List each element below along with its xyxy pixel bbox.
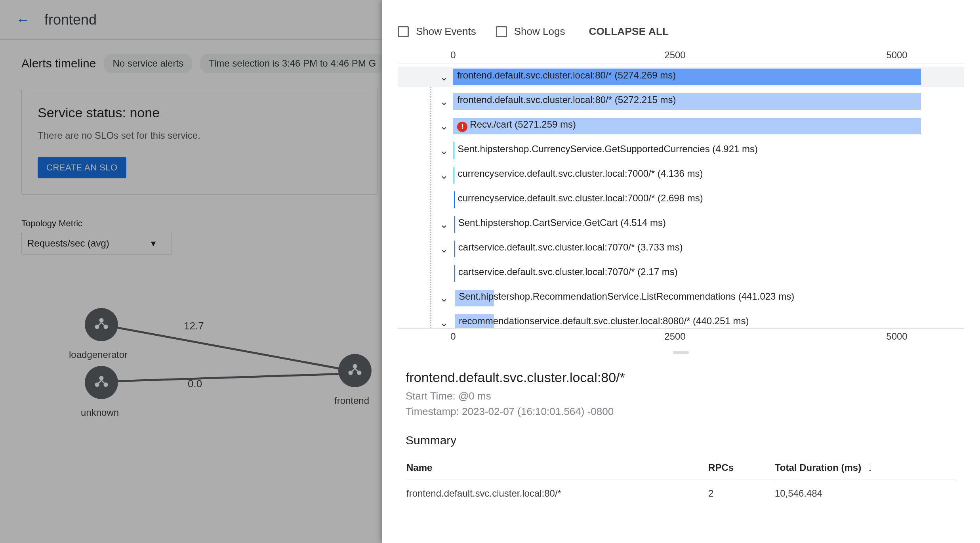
svg-point-10 <box>357 371 362 375</box>
error-icon: ! <box>457 122 467 132</box>
col-name[interactable]: Name <box>406 456 707 480</box>
collapse-all-button[interactable]: COLLAPSE ALL <box>589 25 669 38</box>
edge-label-bottom: 0.0 <box>188 378 202 390</box>
show-logs-label: Show Logs <box>514 25 565 38</box>
svg-point-9 <box>349 371 353 375</box>
svg-point-8 <box>353 364 357 369</box>
page-title: frontend <box>44 11 97 28</box>
trace-panel-toolbar: Show Events Show Logs COLLAPSE ALL <box>382 0 980 46</box>
span-label: recommendationservice.default.svc.cluste… <box>456 315 749 327</box>
svg-point-6 <box>95 382 99 387</box>
trace-row[interactable]: ⌄Sent.hipstershop.CartService.GetCart (4… <box>398 214 964 235</box>
show-events-checkbox[interactable]: Show Events <box>398 25 476 38</box>
trace-row[interactable]: currencyservice.default.svc.cluster.loca… <box>398 189 964 210</box>
span-bar[interactable] <box>454 191 455 208</box>
svg-point-2 <box>99 318 104 323</box>
sort-desc-icon: ↓ <box>868 462 873 473</box>
show-events-label: Show Events <box>416 25 476 38</box>
span-bar[interactable] <box>454 167 454 184</box>
svg-point-4 <box>104 325 108 329</box>
span-details: frontend.default.svc.cluster.local:80/* … <box>382 362 980 515</box>
axis-tick: 2500 <box>664 331 685 342</box>
summary-table: Name RPCs Total Duration (ms) ↓ frontend… <box>406 455 956 507</box>
trace-row[interactable]: ⌄Sent.hipstershop.CurrencyService.GetSup… <box>398 140 964 161</box>
chevron-down-icon[interactable]: ⌄ <box>440 169 448 182</box>
chevron-down-icon[interactable]: ⌄ <box>440 120 448 132</box>
span-label: currencyservice.default.svc.cluster.loca… <box>455 168 703 179</box>
col-duration[interactable]: Total Duration (ms) ↓ <box>775 456 955 480</box>
topology-metric-value: Requests/sec (avg) <box>27 238 109 249</box>
axis-tick: 5000 <box>886 50 907 61</box>
checkbox-icon <box>496 26 507 37</box>
service-status-card: Service status: none There are no SLOs s… <box>21 89 378 195</box>
chevron-down-icon: ▾ <box>151 238 156 249</box>
axis-tick: 2500 <box>664 50 685 61</box>
span-bar[interactable] <box>454 265 455 282</box>
summary-row[interactable]: frontend.default.svc.cluster.local:80/* … <box>406 481 955 506</box>
node-label-loadgenerator: loadgenerator <box>69 349 128 360</box>
no-alerts-chip[interactable]: No service alerts <box>104 54 192 73</box>
trace-row[interactable]: ⌄!Recv./cart (5271.259 ms) <box>398 116 964 136</box>
summary-cell-name: frontend.default.svc.cluster.local:80/* <box>406 481 707 506</box>
chevron-down-icon[interactable]: ⌄ <box>440 317 448 329</box>
svg-point-7 <box>104 382 108 387</box>
topology-metric-select[interactable]: Requests/sec (avg) ▾ <box>21 232 172 255</box>
svg-line-0 <box>101 325 346 370</box>
trace-axis-bottom: 0 2500 5000 <box>398 331 964 343</box>
service-status-text: There are no SLOs set for this service. <box>38 130 362 141</box>
svg-point-5 <box>99 376 104 380</box>
show-logs-checkbox[interactable]: Show Logs <box>496 25 565 38</box>
service-status-title: Service status: none <box>38 105 362 120</box>
time-selection-chip[interactable]: Time selection is 3:46 PM to 4:46 PM G <box>200 54 385 73</box>
axis-tick: 5000 <box>886 331 907 342</box>
node-label-unknown: unknown <box>81 407 119 418</box>
trace-waterfall: ⌄frontend.default.svc.cluster.local:80/*… <box>398 63 964 329</box>
trace-row[interactable]: ⌄Sent.hipstershop.RecommendationService.… <box>398 288 964 308</box>
checkbox-icon <box>398 26 409 37</box>
svg-line-1 <box>101 374 346 382</box>
chevron-down-icon[interactable]: ⌄ <box>440 243 448 255</box>
trace-axis-top: 0 2500 5000 <box>398 50 964 61</box>
span-bar[interactable] <box>454 216 455 233</box>
span-bar[interactable] <box>454 142 454 159</box>
trace-row[interactable]: cartservice.default.svc.cluster.local:70… <box>398 263 964 284</box>
create-slo-button[interactable]: CREATE AN SLO <box>38 157 126 178</box>
chevron-down-icon[interactable]: ⌄ <box>440 96 448 108</box>
chevron-down-icon[interactable]: ⌄ <box>440 71 448 83</box>
edge-label-top: 12.7 <box>184 320 204 332</box>
node-frontend[interactable] <box>338 354 372 387</box>
node-label-frontend: frontend <box>334 395 369 406</box>
svg-point-3 <box>95 325 99 329</box>
trace-panel: Show Events Show Logs COLLAPSE ALL 0 250… <box>382 0 980 543</box>
axis-tick: 0 <box>450 331 456 342</box>
span-bar[interactable] <box>454 241 455 257</box>
node-loadgenerator[interactable] <box>85 308 118 341</box>
chevron-down-icon[interactable]: ⌄ <box>440 218 448 231</box>
axis-tick: 0 <box>450 50 456 61</box>
span-label: currencyservice.default.svc.cluster.loca… <box>456 193 703 204</box>
col-rpcs[interactable]: RPCs <box>708 456 774 480</box>
node-unknown[interactable] <box>85 366 118 399</box>
resize-handle[interactable] <box>673 351 689 354</box>
trace-row[interactable]: ⌄frontend.default.svc.cluster.local:80/*… <box>398 91 964 112</box>
span-label: frontend.default.svc.cluster.local:80/* … <box>455 94 676 105</box>
trace-row[interactable]: ⌄cartservice.default.svc.cluster.local:7… <box>398 239 964 259</box>
span-label: cartservice.default.svc.cluster.local:70… <box>456 266 678 277</box>
span-label: Sent.hipstershop.CartService.GetCart (4.… <box>456 217 666 228</box>
span-title: frontend.default.svc.cluster.local:80/* <box>406 370 956 385</box>
summary-cell-rpcs: 2 <box>708 481 774 506</box>
alerts-timeline-label: Alerts timeline <box>21 57 96 70</box>
summary-cell-dur: 10,546.484 <box>775 481 955 506</box>
trace-row[interactable]: ⌄currencyservice.default.svc.cluster.loc… <box>398 165 964 185</box>
chevron-down-icon[interactable]: ⌄ <box>440 292 448 304</box>
summary-heading: Summary <box>406 434 956 447</box>
span-meta: Start Time: @0 ms Timestamp: 2023-02-07 … <box>406 388 956 419</box>
span-label: frontend.default.svc.cluster.local:80/* … <box>455 70 676 81</box>
trace-row[interactable]: ⌄recommendationservice.default.svc.clust… <box>398 312 964 329</box>
trace-row[interactable]: ⌄frontend.default.svc.cluster.local:80/*… <box>398 67 964 87</box>
chevron-down-icon[interactable]: ⌄ <box>440 145 448 157</box>
span-label: !Recv./cart (5271.259 ms) <box>455 119 576 130</box>
back-arrow-icon[interactable]: ← <box>16 11 30 28</box>
span-label: cartservice.default.svc.cluster.local:70… <box>456 242 683 253</box>
span-label: Sent.hipstershop.CurrencyService.GetSupp… <box>455 143 758 155</box>
